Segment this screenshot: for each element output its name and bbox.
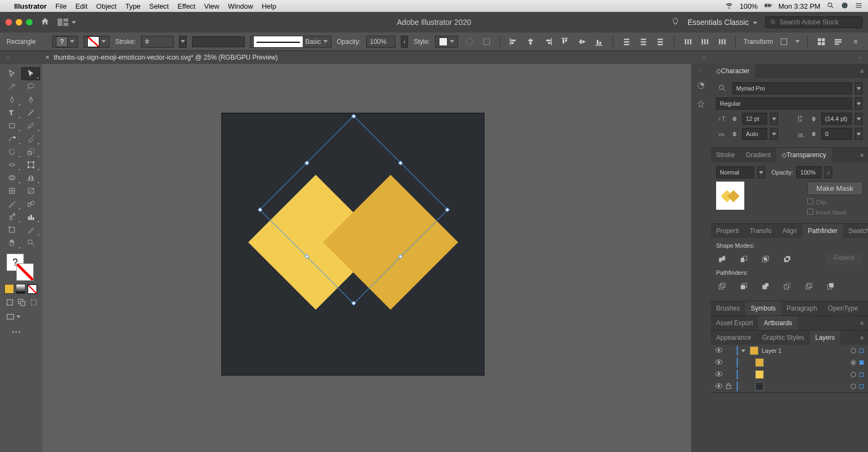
font-dd[interactable]	[855, 82, 863, 94]
visibility-icon[interactable]	[715, 347, 723, 354]
tracking-stepper[interactable]	[812, 128, 818, 140]
invert-mask-checkbox[interactable]	[807, 209, 813, 215]
tab-character[interactable]: ◇ Character	[711, 64, 755, 78]
align-vcenter-icon[interactable]	[576, 36, 588, 48]
selection-tool[interactable]	[2, 67, 21, 80]
panel-menu-icon[interactable]: ≡	[850, 36, 861, 48]
opacity-value-input[interactable]	[796, 166, 821, 178]
draw-normal-icon[interactable]	[4, 297, 15, 308]
tab-graphic-styles[interactable]: Graphic Styles	[757, 331, 810, 345]
slice-tool[interactable]	[21, 223, 40, 236]
document-tab[interactable]: × thumbs-up-sign-emoji-emoticon-vector-i…	[46, 54, 278, 61]
tracking-dd[interactable]	[855, 128, 863, 140]
graphic-style[interactable]	[435, 36, 458, 48]
align-to-icon[interactable]	[481, 36, 492, 48]
lasso-tool[interactable]	[21, 80, 40, 93]
expand-arrow-icon[interactable]	[741, 348, 746, 353]
zoom-tool[interactable]	[21, 236, 40, 249]
color-mode-none[interactable]	[27, 284, 37, 294]
menu-edit[interactable]: Edit	[75, 2, 87, 10]
merge-icon[interactable]	[760, 280, 771, 292]
target-icon[interactable]	[851, 384, 856, 389]
panel-menu-icon[interactable]: ≡	[856, 320, 868, 326]
align-top-icon[interactable]	[559, 36, 571, 48]
mesh-tool[interactable]	[2, 184, 21, 197]
menu-type[interactable]: Type	[125, 2, 141, 10]
maximize-window[interactable]	[26, 19, 33, 25]
crop-icon[interactable]	[781, 280, 793, 292]
lock-icon[interactable]	[726, 383, 733, 390]
curvature-tool[interactable]	[21, 93, 40, 106]
line-tool[interactable]	[21, 106, 40, 119]
draw-behind-icon[interactable]	[16, 297, 27, 308]
transform-panel-label[interactable]: Transform	[743, 38, 773, 46]
tab-asset-export[interactable]: Asset Export	[711, 316, 758, 330]
kerning-dd[interactable]	[770, 128, 778, 140]
eyedropper-tool[interactable]	[2, 197, 21, 210]
panel-menu-icon[interactable]: ≡	[863, 305, 868, 312]
magic-wand-tool[interactable]	[2, 80, 21, 93]
tab-gradient[interactable]: Gradient	[741, 148, 776, 162]
leading-dd[interactable]	[855, 113, 863, 125]
spotlight-icon[interactable]	[827, 2, 834, 11]
blend-mode-input[interactable]	[716, 166, 754, 178]
font-size-input[interactable]	[742, 113, 767, 125]
align-hcenter-icon[interactable]	[525, 36, 537, 48]
kerning-stepper[interactable]	[732, 128, 739, 140]
free-transform-tool[interactable]	[21, 158, 40, 171]
visibility-icon[interactable]	[715, 371, 723, 378]
menu-file[interactable]: File	[55, 2, 67, 10]
menu-window[interactable]: Window	[228, 2, 253, 10]
stock-search[interactable]: Search Adobe Stock	[765, 16, 863, 28]
target-icon[interactable]	[851, 348, 856, 353]
intersect-icon[interactable]	[760, 253, 771, 265]
paintbrush-tool[interactable]	[21, 119, 40, 132]
siri-icon[interactable]	[841, 2, 848, 11]
tab-stroke[interactable]: Stroke	[711, 148, 741, 162]
shape-icon[interactable]	[778, 36, 790, 48]
leading-stepper[interactable]	[812, 113, 818, 125]
screen-mode[interactable]	[4, 311, 40, 323]
tab-symbols[interactable]: Symbols	[745, 301, 781, 315]
arrange-documents[interactable]	[58, 18, 76, 26]
leading-input[interactable]	[821, 113, 852, 125]
variable-width-profile[interactable]	[192, 36, 245, 47]
tab-transform[interactable]: Transfo	[744, 224, 777, 238]
visibility-icon[interactable]	[715, 359, 723, 366]
make-mask-button[interactable]: Make Mask	[807, 182, 863, 195]
symbol-sprayer-tool[interactable]	[2, 210, 21, 223]
align-left-icon[interactable]	[508, 36, 519, 48]
stroke-weight[interactable]	[141, 36, 174, 48]
distribute-top-icon[interactable]	[621, 36, 632, 48]
isolate-icon[interactable]	[815, 36, 827, 48]
font-family-input[interactable]	[732, 82, 852, 94]
target-icon[interactable]	[851, 372, 856, 377]
wifi-icon[interactable]	[725, 2, 733, 11]
trim-icon[interactable]	[738, 280, 750, 292]
menu-select[interactable]: Select	[149, 2, 169, 10]
menu-icon[interactable]	[855, 2, 863, 11]
app-name[interactable]: Illustrator	[14, 2, 47, 10]
tracking-input[interactable]	[821, 128, 852, 140]
transparency-thumbnail[interactable]	[716, 182, 744, 210]
column-graph-tool[interactable]	[21, 210, 40, 223]
stroke-profile-dd[interactable]	[179, 36, 187, 48]
minus-front-icon[interactable]	[738, 253, 750, 265]
tab-paragraph[interactable]: Paragraph	[781, 301, 822, 315]
menu-help[interactable]: Help	[261, 2, 276, 10]
pen-tool[interactable]	[2, 93, 21, 106]
distribute-bottom-icon[interactable]	[655, 36, 666, 48]
gradient-tool[interactable]	[21, 184, 40, 197]
panel-collapse-right[interactable]: ‹‹	[702, 55, 705, 60]
expand-button[interactable]: Expand	[825, 253, 863, 265]
outline-icon[interactable]	[803, 280, 815, 292]
tab-brushes[interactable]: Brushes	[711, 301, 745, 315]
handle-br[interactable]	[352, 301, 356, 305]
perspective-grid-tool[interactable]	[21, 171, 40, 184]
color-mode-solid[interactable]	[4, 284, 14, 294]
handle-l[interactable]	[304, 160, 309, 165]
tab-swatches[interactable]: Swatch	[843, 224, 868, 238]
color-panel-icon[interactable]	[695, 80, 707, 92]
distribute-hcenter-icon[interactable]	[699, 36, 711, 48]
handle-tr[interactable]	[445, 208, 449, 212]
